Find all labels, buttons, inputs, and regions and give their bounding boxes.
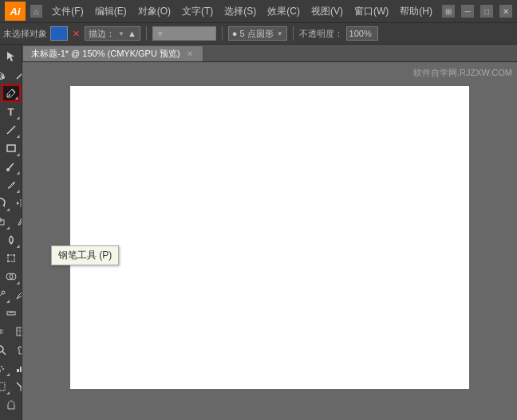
minimize-button[interactable]: ─ — [461, 5, 474, 18]
menu-view[interactable]: 视图(V) — [306, 3, 348, 20]
rectangle-tool[interactable] — [2, 139, 21, 157]
width-tool[interactable] — [2, 231, 21, 249]
workspace: 未标题-1* @ 150% (CMYK/GPU 预览) ✕ 软件自学网.RJZX… — [22, 45, 517, 420]
menu-text[interactable]: 文字(T) — [177, 3, 218, 20]
paintbrush-tool[interactable] — [2, 158, 21, 175]
rotate-tools — [0, 194, 22, 212]
workspace-switcher[interactable]: ⊞ — [442, 5, 455, 18]
svg-line-26 — [0, 293, 2, 296]
artboard-tools — [0, 378, 22, 395]
style-dropdown[interactable]: ▼ — [152, 26, 216, 41]
divider — [146, 26, 147, 41]
maximize-button[interactable]: □ — [480, 5, 493, 18]
pencil-tool[interactable] — [2, 176, 21, 194]
type-tool[interactable]: T — [2, 103, 21, 120]
divider3 — [293, 26, 294, 41]
view-tools — [0, 341, 22, 359]
shape-builder-tool[interactable] — [2, 268, 21, 285]
scale-tool[interactable] — [0, 213, 10, 230]
blend-tools — [0, 286, 22, 304]
divider2 — [222, 26, 223, 41]
svg-marker-12 — [17, 202, 19, 205]
line-tool[interactable] — [2, 121, 21, 139]
svg-point-20 — [14, 261, 15, 262]
zoom-tool[interactable] — [0, 341, 10, 359]
direct-select-tools — [0, 66, 22, 84]
hand-scroll-tool[interactable] — [2, 396, 21, 414]
canvas-area[interactable]: 软件自学网.RJZXW.COM 钢笔工具 (P) — [22, 62, 517, 420]
svg-marker-0 — [7, 52, 14, 61]
tabs-bar: 未标题-1* @ 150% (CMYK/GPU 预览) ✕ — [22, 45, 517, 62]
chevron-down-icon2: ▼ — [277, 30, 283, 37]
magic-wand-tool[interactable] — [11, 66, 22, 84]
column-graph-tool[interactable] — [11, 359, 22, 377]
slice-tool[interactable] — [11, 378, 22, 395]
gradient-tools — [0, 323, 22, 340]
svg-point-9 — [6, 168, 10, 171]
tab-close-button[interactable]: ✕ — [185, 49, 195, 58]
svg-point-18 — [7, 254, 9, 256]
menu-select[interactable]: 选择(S) — [219, 3, 261, 20]
svg-line-3 — [17, 73, 22, 79]
point-shape-label: ● 5 点圆形 — [232, 28, 274, 40]
opacity-input[interactable] — [346, 26, 378, 41]
pen-tool[interactable] — [2, 84, 21, 102]
app-logo: Ai — [5, 2, 26, 21]
fill-color-swatch[interactable] — [50, 26, 68, 41]
menu-bar: 文件(F) 编辑(E) 对象(O) 文字(T) 选择(S) 效果(C) 视图(V… — [47, 3, 437, 20]
symbol-sprayer-tool[interactable] — [0, 359, 10, 377]
window-controls: ⊞ ─ □ ✕ — [442, 5, 512, 18]
direct-select-tool[interactable] — [0, 66, 10, 84]
title-bar: Ai ⌂ 文件(F) 编辑(E) 对象(O) 文字(T) 选择(S) 效果(C)… — [0, 0, 517, 22]
transform-tools — [0, 213, 22, 230]
menu-file[interactable]: 文件(F) — [47, 3, 88, 20]
stroke-up-icon: ▲ — [128, 29, 136, 38]
toolbar: T — [0, 45, 22, 420]
watermark: 软件自学网.RJZXW.COM — [413, 67, 512, 79]
point-shape-dropdown[interactable]: ● 5 点圆形 ▼ — [228, 26, 287, 41]
free-transform-tool[interactable] — [2, 249, 21, 267]
chevron-down-icon: ▼ — [118, 30, 124, 37]
menu-edit[interactable]: 编辑(E) — [90, 3, 132, 20]
svg-point-39 — [1, 366, 2, 367]
rotate-tool[interactable] — [0, 194, 10, 212]
pen-tool-tooltip: 钢笔工具 (P) — [51, 245, 119, 265]
artboard-tool[interactable] — [0, 378, 10, 395]
home-button[interactable]: ⌂ — [30, 5, 42, 18]
svg-point-19 — [14, 254, 15, 256]
options-bar: 未选择对象 ✕ 描边： ▼ ▲ ▼ ● 5 点圆形 ▼ 不透明度： — [0, 22, 517, 45]
svg-rect-42 — [17, 369, 19, 372]
shear-tool[interactable] — [11, 213, 22, 230]
selection-tool[interactable] — [2, 48, 21, 65]
svg-rect-8 — [7, 145, 15, 151]
svg-point-2 — [2, 76, 5, 79]
svg-point-21 — [7, 261, 9, 262]
reflect-tool[interactable] — [11, 194, 22, 212]
symbol-tools — [0, 359, 22, 377]
mesh-tool[interactable] — [11, 323, 22, 340]
select-tools — [2, 48, 21, 65]
perspective-tool[interactable] — [2, 414, 21, 420]
canvas-surface — [70, 86, 469, 389]
menu-window[interactable]: 窗口(W) — [349, 3, 393, 20]
svg-rect-33 — [17, 328, 22, 336]
tab-label: 未标题-1* @ 150% (CMYK/GPU 预览) — [31, 48, 180, 60]
menu-effect[interactable]: 效果(C) — [262, 3, 305, 20]
hand-tool[interactable] — [11, 341, 22, 359]
eyedropper-tool[interactable] — [11, 286, 22, 304]
stroke-dropdown[interactable]: 描边： ▼ ▲ — [85, 26, 140, 41]
opacity-label: 不透明度： — [299, 28, 343, 40]
gradient-tool[interactable] — [0, 323, 10, 340]
menu-help[interactable]: 帮助(H) — [395, 3, 437, 20]
measure-tool[interactable] — [2, 304, 21, 322]
svg-rect-45 — [0, 383, 5, 391]
menu-object[interactable]: 对象(O) — [133, 3, 176, 20]
svg-line-27 — [17, 297, 18, 299]
close-button[interactable]: ✕ — [499, 5, 512, 18]
svg-rect-32 — [0, 329, 5, 334]
blend-tool[interactable] — [0, 286, 10, 304]
document-tab[interactable]: 未标题-1* @ 150% (CMYK/GPU 预览) ✕ — [22, 45, 203, 61]
svg-point-40 — [2, 368, 4, 370]
svg-point-41 — [0, 371, 1, 372]
main-area: T — [0, 45, 517, 420]
